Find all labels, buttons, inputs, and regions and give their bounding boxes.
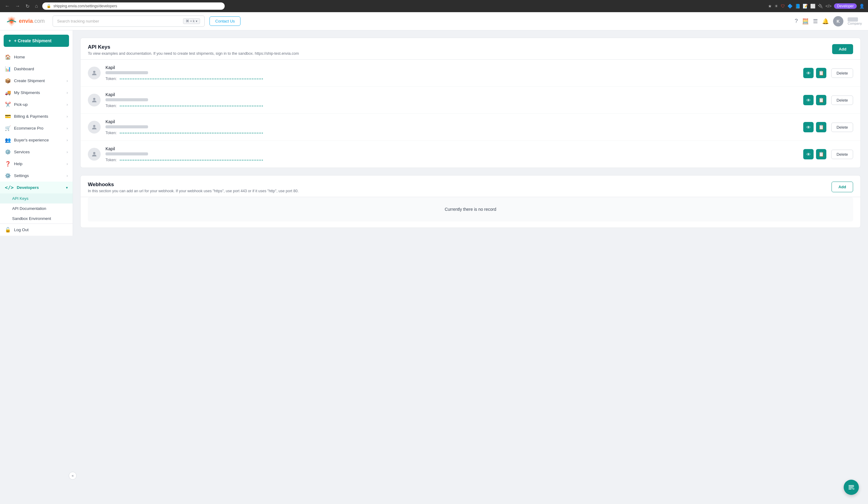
sidebar-item-api-docs[interactable]: API Documentation xyxy=(0,204,73,214)
contact-us-button[interactable]: Contact Us xyxy=(209,17,240,26)
delete-key-button[interactable]: Delete xyxy=(831,69,853,78)
ecommerce-icon: 🛒 xyxy=(5,125,11,131)
avatar[interactable]: K xyxy=(833,16,844,27)
user-avatar xyxy=(88,121,101,134)
search-bar[interactable]: Search tracking number ⌘ + k ▾ xyxy=(53,16,205,27)
help-nav-icon: ❓ xyxy=(5,161,11,167)
sidebar-item-developers[interactable]: </> Developers ▾ xyxy=(0,182,73,194)
api-keys-header: API Keys To view examples and documentat… xyxy=(81,38,860,60)
address-bar[interactable]: 🔒 shipping.envia.com/settings/developers xyxy=(42,2,225,10)
chevron-down-icon: ▾ xyxy=(196,20,197,23)
help-icon[interactable]: ? xyxy=(795,18,798,24)
bell-icon[interactable]: 🔔 xyxy=(822,18,829,25)
ext5[interactable]: 🔌 xyxy=(818,4,823,9)
token-actions: 👁 📋 xyxy=(803,122,826,132)
webhooks-add-button[interactable]: Add xyxy=(831,182,853,192)
copy-token-button[interactable]: 📋 xyxy=(816,68,826,78)
forward-button[interactable]: → xyxy=(14,2,21,10)
services-icon: ⚙️ xyxy=(5,149,11,155)
api-key-redacted xyxy=(105,125,148,128)
api-key-token: Token: •••••••••••••••••••••••••••••••••… xyxy=(105,131,798,135)
api-key-row: Kapil Token: •••••••••••••••••••••••••••… xyxy=(81,87,860,114)
no-record-text: Currently there is no record xyxy=(88,197,853,222)
copy-token-button[interactable]: 📋 xyxy=(816,149,826,160)
sidebar-item-dashboard[interactable]: 📊 Dashboard xyxy=(0,63,73,75)
sidebar-item-services[interactable]: ⚙️ Services › xyxy=(0,146,73,158)
logout-icon: 🔓 xyxy=(5,227,11,233)
sidebar-item-api-keys[interactable]: API Keys xyxy=(0,194,73,204)
token-label: Token: xyxy=(105,76,117,81)
webhooks-header: Webhooks In this section you can add an … xyxy=(81,175,860,197)
delete-key-button[interactable]: Delete xyxy=(831,150,853,159)
api-keys-add-button[interactable]: Add xyxy=(832,44,853,54)
back-button[interactable]: ← xyxy=(4,2,11,10)
developer-badge: Developer xyxy=(834,3,857,9)
settings-icon: ⚙️ xyxy=(5,173,11,178)
delete-key-button[interactable]: Delete xyxy=(831,95,853,105)
api-key-row: Kapil Token: •••••••••••••••••••••••••••… xyxy=(81,141,860,167)
user-avatar xyxy=(88,94,101,106)
url-text: shipping.envia.com/settings/developers xyxy=(53,4,117,8)
create-shipment-button[interactable]: + + Create Shipment xyxy=(4,35,69,47)
sidebar-item-sandbox[interactable]: Sandbox Environment xyxy=(0,214,73,224)
sidebar-item-my-shipments[interactable]: 🚚 My Shipments › xyxy=(0,87,73,99)
sidebar-item-settings[interactable]: ⚙️ Settings › xyxy=(0,170,73,182)
api-key-token: Token: •••••••••••••••••••••••••••••••••… xyxy=(105,158,798,162)
svg-point-3 xyxy=(93,152,95,154)
star-icon[interactable]: ★ xyxy=(768,4,772,9)
copy-token-button[interactable]: 📋 xyxy=(816,95,826,105)
view-token-button[interactable]: 👁 xyxy=(803,95,814,105)
sidebar-item-home[interactable]: 🏠 Home xyxy=(0,51,73,63)
ext2[interactable]: 📘 xyxy=(795,4,800,9)
extension-icon[interactable]: ☀ xyxy=(774,4,778,9)
api-keys-title: API Keys xyxy=(88,44,299,50)
search-placeholder: Search tracking number xyxy=(57,19,99,23)
ext1[interactable]: 🔷 xyxy=(787,4,793,9)
shield-icon[interactable]: 🛡 xyxy=(781,4,785,9)
sidebar-item-help[interactable]: ❓ Help › xyxy=(0,158,73,170)
buyers-icon: 👥 xyxy=(5,137,11,143)
billing-icon: 💳 xyxy=(5,113,11,119)
logo-text: envia.com xyxy=(19,18,45,24)
sidebar: + + Create Shipment 🏠 Home 📊 Dashboard xyxy=(0,30,73,236)
calculator-icon[interactable]: 🧮 xyxy=(802,18,809,25)
view-token-button[interactable]: 👁 xyxy=(803,149,814,160)
browser-toolbar: ★ ☀ 🛡 🔷 📘 📝 ⬜ 🔌 </> Developer 👤 xyxy=(768,3,864,9)
ext3[interactable]: 📝 xyxy=(803,4,808,9)
chevron-right-icon: › xyxy=(66,138,68,142)
token-label: Token: xyxy=(105,131,117,135)
api-key-info: Kapil Token: •••••••••••••••••••••••••••… xyxy=(105,92,798,108)
ext4[interactable]: ⬜ xyxy=(810,4,815,9)
menu-icon[interactable]: ☰ xyxy=(813,18,818,25)
chevron-right-icon: › xyxy=(66,103,68,107)
delete-key-button[interactable]: Delete xyxy=(831,123,853,132)
api-keys-card: API Keys To view examples and documentat… xyxy=(80,38,861,168)
home-button[interactable]: ⌂ xyxy=(34,2,39,10)
view-token-button[interactable]: 👁 xyxy=(803,122,814,132)
chevron-right-icon: › xyxy=(66,150,68,154)
package-icon: 📦 xyxy=(5,78,11,84)
copy-token-button[interactable]: 📋 xyxy=(816,122,826,132)
webhooks-card: Webhooks In this section you can add an … xyxy=(80,175,861,228)
sidebar-item-pickup[interactable]: ✂️ Pick-up › xyxy=(0,99,73,111)
sidebar-bottom: 🔓 Log Out xyxy=(0,224,73,236)
api-key-info: Kapil Token: •••••••••••••••••••••••••••… xyxy=(105,119,798,135)
sidebar-item-create-shipment[interactable]: 📦 Create Shipment › xyxy=(0,75,73,87)
sidebar-item-logout[interactable]: 🔓 Log Out xyxy=(0,224,73,236)
ext6[interactable]: </> xyxy=(825,4,831,9)
profile-icon[interactable]: 👤 xyxy=(859,4,864,9)
api-key-username: Kapil xyxy=(105,146,798,151)
truck-icon: 🚚 xyxy=(5,90,11,95)
logo-icon xyxy=(6,16,17,27)
collapse-sidebar-button[interactable]: « xyxy=(69,472,76,480)
sidebar-item-billing[interactable]: 💳 Billing & Payments › xyxy=(0,111,73,122)
sidebar-item-buyers[interactable]: 👥 Buyer's experience › xyxy=(0,134,73,146)
company-name: •••••••• xyxy=(848,17,862,22)
view-token-button[interactable]: 👁 xyxy=(803,68,814,78)
main-content: API Keys To view examples and documentat… xyxy=(73,30,868,504)
chevron-right-icon: › xyxy=(66,79,68,83)
fab-button[interactable] xyxy=(844,480,859,495)
api-key-info: Kapil Token: •••••••••••••••••••••••••••… xyxy=(105,146,798,162)
sidebar-item-ecommerce[interactable]: 🛒 Ecommerce Pro › xyxy=(0,122,73,134)
refresh-button[interactable]: ↻ xyxy=(24,2,31,10)
